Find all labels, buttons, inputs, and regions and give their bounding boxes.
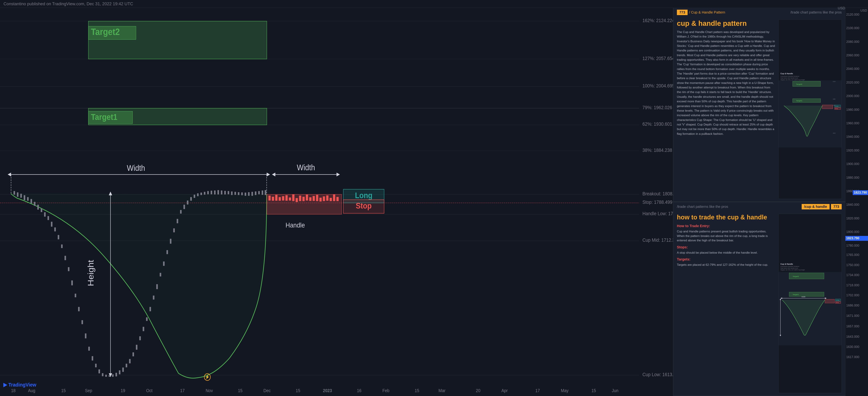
svg-rect-82 — [105, 375, 107, 377]
svg-rect-99 — [163, 262, 165, 266]
svg-rect-126 — [255, 191, 256, 195]
svg-text:Targets: 62-79%, 127-162% Cup : Targets: 62-79%, 127-162% Cup height — [780, 269, 805, 271]
chart-area: Cup & Handle Long above Neckline breakou… — [0, 8, 673, 396]
svg-rect-35 — [272, 197, 274, 201]
svg-text:Target1: Target1 — [796, 100, 802, 102]
svg-text:2100.000: 2100.000 — [846, 26, 859, 30]
svg-text:1840.000: 1840.000 — [846, 203, 859, 206]
svg-text:1940.000: 1940.000 — [846, 135, 859, 139]
svg-text:Handle Low: 1765.910: Handle Low: 1765.910 — [643, 211, 673, 216]
svg-rect-54 — [337, 197, 339, 201]
panel-breadcrumb-right-1: /trade chart patterns like the pros — [790, 10, 842, 14]
svg-text:62%: 1930.601: 62%: 1930.601 — [643, 121, 672, 127]
svg-text:1686.000: 1686.000 — [846, 304, 859, 307]
svg-rect-71 — [68, 267, 69, 271]
svg-rect-57 — [20, 194, 22, 197]
svg-rect-98 — [160, 273, 161, 276]
svg-rect-42 — [296, 198, 298, 202]
svg-rect-94 — [146, 317, 148, 321]
svg-rect-107 — [190, 197, 192, 201]
svg-rect-86 — [119, 370, 120, 374]
svg-rect-115 — [218, 190, 219, 194]
panel-tag-number: 773 — [831, 204, 842, 209]
svg-text:1630.000: 1630.000 — [846, 345, 859, 348]
svg-rect-50 — [323, 196, 325, 201]
svg-text:2124: 2124 — [833, 81, 836, 82]
price-scale-svg: 2120.000 2100.000 2080.000 2060.000 2040… — [845, 8, 868, 396]
entry-text: Cup and Handle patterns present great bu… — [677, 229, 775, 243]
svg-rect-100 — [166, 250, 168, 254]
svg-rect-65 — [48, 216, 49, 220]
svg-rect-111 — [204, 192, 205, 194]
svg-rect-120 — [235, 192, 236, 195]
svg-text:1657.000: 1657.000 — [846, 325, 859, 328]
panel-breadcrumb-left-2: /trade chart patterns like the pros — [677, 205, 728, 209]
panel-body-text-1: The Cup and Handle Chart pattern was dev… — [677, 30, 775, 136]
svg-rect-104 — [180, 210, 182, 213]
svg-text:Cup Low: 1613.891: Cup Low: 1613.891 — [643, 372, 673, 377]
svg-rect-87 — [122, 368, 124, 372]
panel-title-1: cup & handle pattern — [677, 20, 775, 27]
svg-text:▶ TradingView: ▶ TradingView — [3, 382, 36, 388]
attribution-text: Constantino published on TradingView.com… — [3, 1, 133, 6]
svg-rect-128 — [262, 191, 263, 195]
svg-rect-112 — [207, 191, 209, 194]
right-panel: USD 773 / Cup & Handle Pattern /trade ch… — [673, 8, 845, 396]
svg-rect-119 — [231, 191, 232, 195]
svg-rect-37 — [279, 197, 281, 201]
svg-rect-56 — [17, 192, 19, 197]
svg-text:Width: Width — [802, 296, 806, 298]
svg-text:15: 15 — [238, 388, 243, 393]
stop-title: Stops: — [677, 245, 775, 250]
svg-rect-55 — [13, 191, 15, 194]
svg-text:Target2: Target2 — [793, 275, 799, 277]
svg-rect-36 — [275, 195, 277, 201]
svg-rect-101 — [170, 239, 171, 244]
svg-rect-90 — [132, 353, 134, 356]
svg-rect-58 — [24, 195, 25, 200]
svg-rect-72 — [71, 280, 73, 285]
svg-rect-47 — [313, 196, 315, 201]
svg-rect-116 — [221, 191, 222, 194]
svg-text:2000.000: 2000.000 — [846, 94, 859, 98]
svg-rect-69 — [61, 245, 63, 248]
svg-rect-77 — [88, 347, 90, 351]
svg-text:1671.000: 1671.000 — [846, 314, 859, 317]
svg-rect-70 — [65, 256, 66, 260]
svg-rect-102 — [174, 229, 175, 232]
svg-text:1820.000: 1820.000 — [846, 217, 859, 220]
svg-rect-59 — [27, 197, 29, 201]
svg-text:1800.000: 1800.000 — [846, 230, 859, 234]
svg-text:Stop: Stop — [836, 302, 839, 303]
svg-text:1780.000: 1780.000 — [846, 244, 859, 247]
chart-svg: Target2 Target1 Width Width — [0, 8, 673, 396]
svg-text:15: 15 — [591, 388, 596, 393]
svg-rect-66 — [51, 222, 53, 226]
svg-text:Stop below Mid Handle level: Stop below Mid Handle level — [780, 267, 798, 269]
panel-header-2: /trade chart patterns like the pros /cup… — [673, 202, 845, 211]
currency-usd: USD — [861, 9, 867, 12]
panel-body-2: how to trade the cup & handle How to Tra… — [673, 211, 845, 396]
svg-text:Long: Long — [836, 299, 839, 301]
svg-text:20: 20 — [476, 388, 480, 393]
panel-preview-1: Cup & Handle Long above Neckline breakou… — [778, 20, 842, 199]
svg-text:Target1: Target1 — [91, 112, 117, 122]
svg-text:Stop below Mid Handle level: Stop below Mid Handle level — [780, 77, 798, 79]
panel-right-header-2: /cup & handle 773 — [802, 204, 842, 209]
svg-text:15: 15 — [415, 388, 419, 393]
svg-rect-74 — [78, 307, 80, 311]
svg-text:1880.000: 1880.000 — [846, 176, 859, 179]
svg-rect-85 — [116, 373, 117, 376]
svg-rect-46 — [309, 197, 311, 201]
svg-text:Stop: Stop — [356, 201, 372, 210]
svg-text:1718.000: 1718.000 — [846, 283, 859, 287]
svg-rect-121 — [238, 192, 239, 195]
currency-label: USD — [838, 8, 845, 10]
svg-text:Nov: Nov — [206, 388, 213, 393]
svg-text:1617.000: 1617.000 — [846, 355, 859, 359]
panel-card-1: 773 / Cup & Handle Pattern /trade chart … — [673, 8, 845, 202]
svg-text:Target1: Target1 — [793, 294, 799, 296]
panel-title-2: how to trade the cup & handle — [677, 214, 775, 221]
svg-text:2023: 2023 — [323, 388, 332, 393]
entry-title: How to Trade Entry: — [677, 223, 775, 229]
